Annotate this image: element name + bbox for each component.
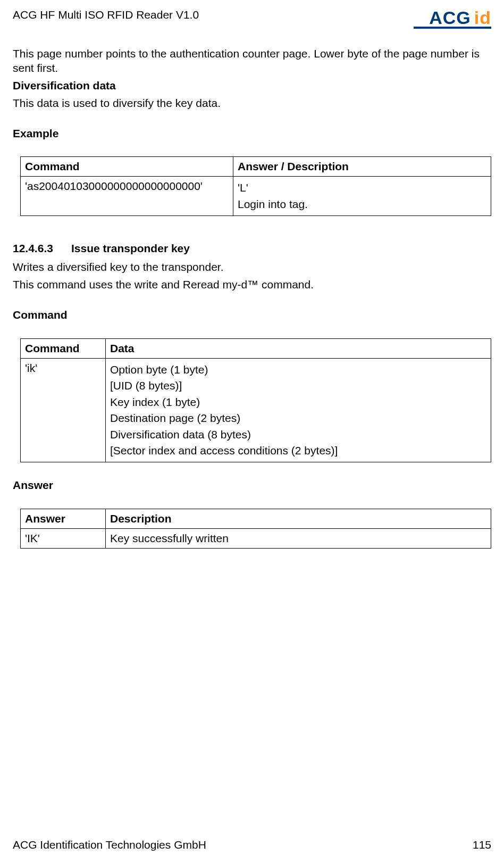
th-command: Command — [21, 338, 106, 358]
page-header: ACG HF Multi ISO RFID Reader V1.0 ACG id — [13, 7, 491, 29]
logo-sub: id — [474, 7, 491, 28]
th-description: Description — [106, 509, 491, 529]
section-number: 12.4.6.3 — [13, 242, 71, 256]
answer-table: Answer Description 'IK' Key successfully… — [20, 509, 491, 549]
subheading-example: Example — [13, 127, 491, 141]
td-data: Option byte (1 byte) [UID (8 bytes)] Key… — [106, 358, 491, 462]
logo-text: ACG id — [429, 7, 491, 28]
td-answer: 'L' Login into tag. — [233, 177, 491, 216]
page-number: 115 — [473, 839, 491, 851]
data-line: Option byte (1 byte) — [110, 362, 486, 378]
subheading-command: Command — [13, 308, 491, 322]
data-line: Key index (1 byte) — [110, 394, 486, 410]
section-title: Issue transponder key — [71, 242, 190, 254]
data-line: [UID (8 bytes)] — [110, 378, 486, 394]
table-row: 'as20040103000000000000000000' 'L' Login… — [21, 177, 491, 216]
data-line: Diversification data (8 bytes) — [110, 427, 486, 443]
data-line: [Sector index and access conditions (2 b… — [110, 443, 486, 459]
subheading-diversification: Diversification data — [13, 79, 491, 93]
footer-company: ACG Identification Technologies GmbH — [13, 839, 206, 851]
logo-main: ACG — [429, 7, 471, 28]
page-footer: ACG Identification Technologies GmbH 115 — [13, 839, 491, 851]
table-row: Answer Description — [21, 509, 491, 529]
th-data: Data — [106, 338, 491, 358]
section-heading: 12.4.6.3Issue transponder key — [13, 242, 491, 256]
td-description: Key successfully written — [106, 529, 491, 549]
table-row: 'ik' Option byte (1 byte) [UID (8 bytes)… — [21, 358, 491, 462]
td-command: 'ik' — [21, 358, 106, 462]
th-command: Command — [21, 157, 233, 177]
paragraph: This command uses the write and Reread m… — [13, 278, 491, 292]
paragraph: This page number points to the authentic… — [13, 47, 491, 76]
table-row: Command Data — [21, 338, 491, 358]
command-table: Command Data 'ik' Option byte (1 byte) [… — [20, 338, 491, 463]
table-row: 'IK' Key successfully written — [21, 529, 491, 549]
answer-desc: Login into tag. — [238, 196, 486, 212]
logo: ACG id — [414, 7, 491, 29]
logo-underline — [414, 27, 491, 29]
paragraph: Writes a diversified key to the transpon… — [13, 260, 491, 275]
example-table: Command Answer / Description 'as20040103… — [20, 156, 491, 216]
table-row: Command Answer / Description — [21, 157, 491, 177]
th-answer: Answer — [21, 509, 106, 529]
th-answer: Answer / Description — [233, 157, 491, 177]
answer-code: 'L' — [238, 180, 486, 196]
td-answer: 'IK' — [21, 529, 106, 549]
td-command: 'as20040103000000000000000000' — [21, 177, 233, 216]
doc-title: ACG HF Multi ISO RFID Reader V1.0 — [13, 7, 199, 21]
data-line: Destination page (2 bytes) — [110, 410, 486, 426]
subheading-answer: Answer — [13, 478, 491, 493]
paragraph: This data is used to diversify the key d… — [13, 96, 491, 111]
